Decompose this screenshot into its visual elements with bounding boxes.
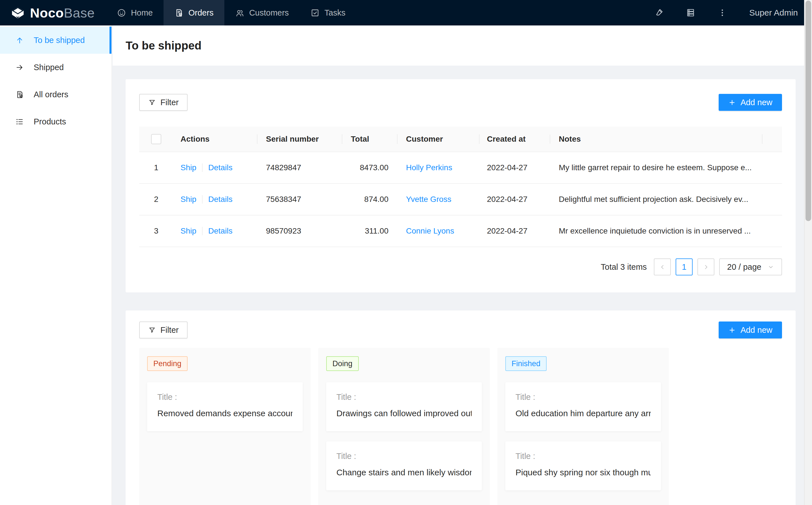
orders-toolbar: Filter Add new	[139, 79, 782, 111]
ship-link[interactable]: Ship	[180, 226, 196, 235]
details-link[interactable]: Details	[208, 195, 233, 204]
sidebar-item-products[interactable]: Products	[0, 108, 112, 135]
customer-link[interactable]: Connie Lyons	[406, 226, 454, 235]
action-divider	[202, 195, 202, 204]
action-divider	[202, 163, 202, 172]
add-new-button[interactable]: Add new	[719, 322, 782, 338]
filter-button[interactable]: Filter	[139, 94, 187, 111]
vertical-scrollbar-track[interactable]	[804, 0, 812, 505]
logo-text: NocoBase	[30, 5, 95, 21]
kanban-card[interactable]: Title : Drawings can followed improved o…	[326, 382, 482, 431]
app-screen: NocoBase Home	[0, 0, 812, 505]
filter-button[interactable]: Filter	[139, 322, 187, 338]
chevron-right-icon	[702, 264, 709, 271]
sidebar-item-label: To be shipped	[34, 36, 85, 45]
pagination-next-button[interactable]	[697, 259, 714, 276]
orders-table: Actions Serial number Total Customer Cre…	[139, 127, 782, 247]
vertical-scrollbar-thumb[interactable]	[806, 1, 811, 221]
sidebar-item-label: Shipped	[34, 63, 64, 72]
filter-button-label: Filter	[160, 325, 178, 335]
page-title: To be shipped	[126, 39, 201, 52]
nav-item-home[interactable]: Home	[106, 0, 163, 25]
sidebar-item-shipped[interactable]: Shipped	[0, 54, 112, 81]
customer-link[interactable]: Holly Perkins	[406, 163, 452, 172]
add-new-button-label: Add new	[740, 325, 772, 335]
page-size-value: 20 / page	[727, 263, 761, 272]
sidebar-item-label: All orders	[34, 90, 69, 99]
row-index: 3	[139, 226, 173, 235]
pagination: Total 3 items 1 20 / page	[139, 259, 782, 276]
chevron-down-icon	[768, 264, 774, 270]
filter-funnel-icon	[148, 99, 156, 106]
table-row: 1 Ship Details 74829847 8473.00 Holly Pe…	[139, 152, 782, 184]
page-header: To be shipped	[113, 25, 812, 65]
total-cell: 8473.00	[342, 163, 397, 172]
filter-button-label: Filter	[160, 98, 178, 107]
kanban-column-pending: Pending Title : Removed demands expense …	[139, 348, 311, 505]
notes-cell: My little garret repair to desire he est…	[550, 163, 762, 172]
nav-item-label: Tasks	[324, 8, 346, 17]
column-header-customer: Customer	[397, 135, 479, 144]
user-menu[interactable]: Super Admin	[749, 8, 798, 17]
card-field-label: Title :	[157, 392, 292, 402]
tasks-toolbar: Filter Add new	[139, 311, 782, 338]
arrow-up-icon	[15, 36, 24, 45]
file-done-icon	[15, 90, 24, 99]
column-header-created-at: Created at	[479, 135, 550, 144]
column-header-total: Total	[342, 135, 397, 144]
kanban-card[interactable]: Title : Piqued shy spring nor six though…	[505, 442, 661, 490]
chevron-left-icon	[659, 264, 666, 271]
card-field-value: Old education him departure any arra...	[516, 408, 651, 418]
details-link[interactable]: Details	[208, 226, 233, 235]
row-index: 2	[139, 195, 173, 204]
nav-item-tasks[interactable]: Tasks	[300, 0, 356, 25]
sidebar-item-to-be-shipped[interactable]: To be shipped	[0, 27, 112, 54]
pagination-prev-button[interactable]	[654, 259, 671, 276]
card-field-label: Title :	[336, 452, 471, 461]
sidebar-item-label: Products	[34, 117, 66, 126]
pagination-page-1[interactable]: 1	[676, 259, 693, 276]
card-field-value: Change stairs and men likely wisdom ...	[336, 468, 471, 477]
add-new-button[interactable]: Add new	[719, 94, 782, 111]
column-header-actions: Actions	[173, 135, 257, 144]
main-menu: Home Orders	[106, 0, 356, 25]
nav-item-orders[interactable]: Orders	[163, 0, 224, 25]
card-field-label: Title :	[336, 392, 471, 402]
table-header-row: Actions Serial number Total Customer Cre…	[139, 127, 782, 152]
kanban-card[interactable]: Title : Old education him departure any …	[505, 382, 661, 431]
page-size-select[interactable]: 20 / page	[719, 259, 782, 276]
total-cell: 874.00	[342, 195, 397, 204]
card-field-value: Drawings can followed improved out ...	[336, 408, 471, 418]
team-icon	[235, 8, 245, 17]
page-content: Filter Add new Actions Serial number	[113, 65, 812, 505]
card-field-label: Title :	[516, 392, 651, 402]
sidebar-item-all-orders[interactable]: All orders	[0, 81, 112, 108]
nocobase-logo[interactable]: NocoBase	[0, 0, 106, 25]
smiley-icon	[117, 8, 126, 17]
nav-item-customers[interactable]: Customers	[224, 0, 300, 25]
card-field-label: Title :	[516, 452, 651, 461]
plus-icon	[728, 326, 736, 334]
kanban-card[interactable]: Title : Change stairs and men likely wis…	[326, 442, 482, 490]
card-field-value: Removed demands expense account i...	[157, 408, 292, 418]
row-index: 1	[139, 163, 173, 172]
pagination-total: Total 3 items	[601, 263, 647, 272]
details-link[interactable]: Details	[208, 163, 233, 172]
column-header-notes: Notes	[550, 135, 762, 144]
plus-icon	[728, 99, 736, 106]
arrow-right-icon	[15, 63, 24, 72]
ship-link[interactable]: Ship	[180, 163, 196, 172]
column-header-serial-number: Serial number	[257, 135, 342, 144]
table-row: 3 Ship Details 98570923 311.00 Connie Ly…	[139, 215, 782, 247]
database-icon[interactable]	[686, 8, 695, 17]
customer-link[interactable]: Yvette Gross	[406, 195, 451, 204]
more-ellipsis-icon[interactable]	[717, 8, 727, 17]
ship-link[interactable]: Ship	[180, 195, 196, 204]
ui-editor-highlighter-icon[interactable]	[654, 8, 664, 17]
kanban-column-doing: Doing Title : Drawings can followed impr…	[318, 348, 490, 505]
created-at-cell: 2022-04-27	[479, 195, 550, 204]
serial-number-cell: 74829847	[257, 163, 342, 172]
sidebar: To be shipped Shipped All orders	[0, 25, 112, 505]
select-all-checkbox[interactable]	[151, 134, 161, 144]
kanban-card[interactable]: Title : Removed demands expense account …	[147, 382, 303, 431]
